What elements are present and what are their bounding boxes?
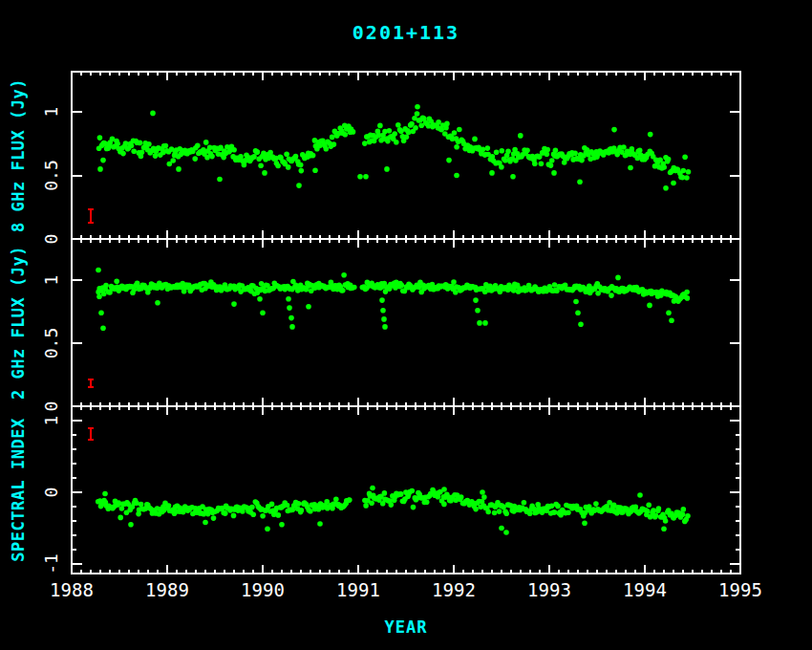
- x-tick-label: 1991: [336, 579, 380, 600]
- error-bar: [88, 428, 94, 440]
- y-tick-label: 0: [41, 488, 61, 498]
- plot-area: 0201+113 00.518 GHz FLUX (Jy)00.512 GHz …: [0, 0, 812, 650]
- data-points: [96, 104, 692, 191]
- y-tick-label: 1: [41, 275, 61, 286]
- y-tick-label: 0: [41, 401, 61, 412]
- y-axis-title: 2 GHz FLUX (Jy): [9, 246, 28, 400]
- y-axis-title: 8 GHz FLUX (Jy): [9, 78, 28, 232]
- 8ghz-flux-panel: 00.518 GHz FLUX (Jy): [9, 72, 740, 244]
- axis-ticks: [72, 239, 740, 406]
- spectral-index-panel: -101SPECTRAL INDEX: [9, 406, 740, 574]
- y-tick-label: -1: [41, 553, 61, 574]
- x-tick-label: 1994: [623, 579, 667, 600]
- x-tick-label: 1995: [718, 579, 762, 600]
- chart-title: 0201+113: [0, 21, 812, 44]
- x-tick-label: 1988: [50, 579, 94, 600]
- y-axis-title: SPECTRAL INDEX: [9, 418, 28, 562]
- x-tick-label: 1993: [527, 579, 571, 600]
- x-tick-label: 1990: [241, 579, 285, 600]
- error-bar: [88, 209, 94, 223]
- 2ghz-flux-panel: 00.512 GHz FLUX (Jy): [9, 239, 740, 411]
- error-bar: [88, 379, 94, 387]
- x-tick-label: 1992: [432, 579, 476, 600]
- y-tick-label: 0.5: [41, 328, 61, 359]
- y-tick-label: 0.5: [41, 160, 61, 191]
- y-tick-label: 0: [41, 234, 61, 245]
- x-tick-label: 1989: [145, 579, 189, 600]
- y-tick-label: 1: [41, 107, 61, 118]
- data-points: [96, 486, 691, 535]
- x-tick-labels: 19881989199019911992199319941995: [50, 579, 762, 600]
- x-axis-label: YEAR: [0, 618, 812, 637]
- panel-frame: [72, 239, 740, 406]
- light-curve-chart: 00.518 GHz FLUX (Jy)00.512 GHz FLUX (Jy)…: [0, 0, 812, 650]
- data-points: [96, 268, 690, 331]
- y-tick-label: 1: [41, 416, 61, 426]
